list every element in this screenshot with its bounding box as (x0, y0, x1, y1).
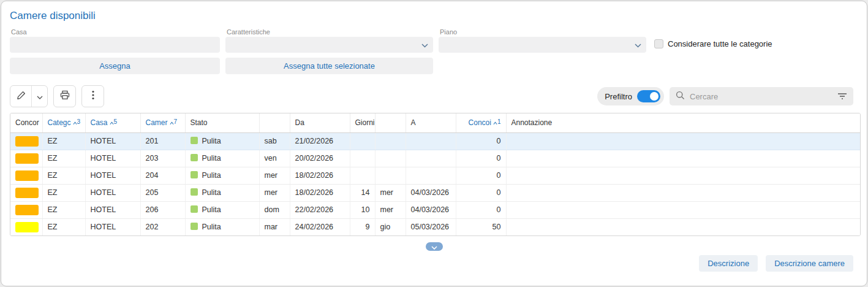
cell-casa: HOTEL (85, 184, 140, 201)
search-field (670, 87, 853, 105)
casa-input[interactable] (10, 37, 220, 53)
expand-grid-button[interactable] (426, 242, 443, 251)
cell-categoria: EZ (42, 218, 85, 235)
status-color-icon (191, 171, 198, 178)
print-button[interactable] (53, 85, 76, 107)
cell-giorni: 14 (350, 184, 375, 201)
chevron-down-icon (635, 39, 641, 50)
cell-camera: 206 (140, 201, 185, 218)
cell-concordato: 0 (456, 132, 506, 150)
room-color-swatch (15, 205, 39, 215)
cell-casa: HOTEL (85, 150, 140, 167)
column-header-giorno-a[interactable] (375, 113, 406, 132)
grid-toolbar (10, 85, 104, 107)
column-header-camera[interactable]: Camer7 (140, 113, 185, 132)
cell-stato: Pulita (185, 184, 259, 201)
cell-concordato: 0 (456, 184, 506, 201)
chevron-down-icon (37, 91, 43, 102)
descrizione-button[interactable]: Descrizione (699, 255, 758, 272)
descrizione-camere-button[interactable]: Descrizione camere (766, 255, 853, 272)
column-header-a[interactable]: A (406, 113, 456, 132)
column-header-da[interactable]: Da (290, 113, 350, 132)
status-color-icon (191, 154, 198, 161)
caret-up-icon (170, 121, 174, 125)
caret-up-icon (73, 121, 77, 125)
cell-categoria: EZ (42, 132, 85, 150)
cell-giorno-da: sab (259, 132, 290, 150)
cell-swatch (10, 201, 42, 218)
edit-split-button (10, 85, 48, 107)
search-input[interactable] (690, 92, 832, 101)
cell-da: 20/02/2026 (290, 150, 350, 167)
cell-giorno-da: mer (259, 167, 290, 184)
table-row[interactable]: EZ HOTEL 203 Pulita ven 20/02/2026 0 (10, 150, 860, 167)
cell-giorno-a (375, 150, 406, 167)
toggle-knob (650, 92, 659, 101)
cell-concordato: 0 (456, 167, 506, 184)
cell-giorno-da: mar (259, 218, 290, 235)
cell-annotazione (506, 167, 860, 184)
edit-dropdown-button[interactable] (31, 86, 47, 107)
rooms-grid: Concor Categc3 Casa5 Camer7 Stato Da Gio… (10, 113, 861, 236)
cell-casa: HOTEL (85, 218, 140, 235)
cell-camera: 201 (140, 132, 185, 150)
cell-concordato: 50 (456, 218, 506, 235)
status-color-icon (191, 188, 198, 196)
cell-camera: 202 (140, 218, 185, 235)
cell-da: 18/02/2026 (290, 184, 350, 201)
cell-stato: Pulita (185, 218, 259, 235)
assegna-button[interactable]: Assegna (10, 58, 220, 74)
table-row[interactable]: EZ HOTEL 204 Pulita mer 18/02/2026 0 (10, 167, 860, 184)
cell-a: 04/03/2026 (406, 201, 456, 218)
caret-up-icon (110, 121, 114, 125)
table-row[interactable]: EZ HOTEL 205 Pulita mer 18/02/2026 14 me… (10, 184, 860, 201)
filter-icon[interactable] (837, 93, 847, 100)
pencil-icon (17, 91, 26, 102)
cell-giorni: 10 (350, 201, 375, 218)
printer-icon (60, 90, 70, 102)
checkbox-box-icon (654, 39, 663, 48)
cell-stato: Pulita (185, 167, 259, 184)
considerare-tutte-checkbox[interactable]: Considerare tutte le categorie (654, 39, 772, 48)
cell-giorno-a (375, 167, 406, 184)
cell-swatch (10, 218, 42, 235)
caratteristiche-select[interactable] (225, 37, 433, 53)
table-row[interactable]: EZ HOTEL 202 Pulita mar 24/02/2026 9 gio… (10, 218, 860, 235)
column-header-concordato[interactable]: Concoi1 (456, 113, 506, 132)
status-color-icon (191, 205, 198, 213)
table-row[interactable]: EZ HOTEL 201 Pulita sab 21/02/2026 0 (10, 132, 860, 150)
room-color-swatch (15, 188, 39, 198)
checkbox-label: Considerare tutte le categorie (668, 39, 772, 48)
column-header-giorni[interactable]: Giorni (350, 113, 375, 132)
assegna-tutte-selezionate-button[interactable]: Assegna tutte selezionate (225, 58, 433, 74)
piano-select[interactable] (439, 37, 646, 53)
edit-button[interactable] (10, 86, 31, 107)
column-header-concordato-colore[interactable]: Concor (10, 113, 42, 132)
piano-label: Piano (440, 28, 457, 36)
cell-da: 21/02/2026 (290, 132, 350, 150)
cell-giorno-a: mer (375, 201, 406, 218)
caret-up-icon (493, 121, 497, 125)
cell-camera: 204 (140, 167, 185, 184)
more-options-button[interactable] (81, 85, 104, 107)
cell-concordato: 0 (456, 150, 506, 167)
column-header-casa[interactable]: Casa5 (85, 113, 140, 132)
column-header-categoria[interactable]: Categc3 (42, 113, 85, 132)
kebab-menu-icon (92, 90, 94, 102)
footer-actions: Descrizione Descrizione camere (699, 255, 853, 272)
column-header-giorno-da[interactable] (259, 113, 290, 132)
cell-giorni (350, 150, 375, 167)
prefiltro-toggle[interactable] (637, 90, 660, 102)
cell-categoria: EZ (42, 201, 85, 218)
cell-a (406, 150, 456, 167)
cell-giorni (350, 132, 375, 150)
table-row[interactable]: EZ HOTEL 206 Pulita dom 22/02/2026 10 me… (10, 201, 860, 218)
camere-disponibili-panel: Camere disponibili Casa Caratteristiche … (1, 1, 867, 286)
cell-annotazione (506, 201, 860, 218)
cell-da: 18/02/2026 (290, 167, 350, 184)
cell-giorno-a: mer (375, 184, 406, 201)
column-header-annotazione[interactable]: Annotazione (506, 113, 860, 132)
cell-annotazione (506, 184, 860, 201)
cell-a (406, 167, 456, 184)
column-header-stato[interactable]: Stato (185, 113, 259, 132)
